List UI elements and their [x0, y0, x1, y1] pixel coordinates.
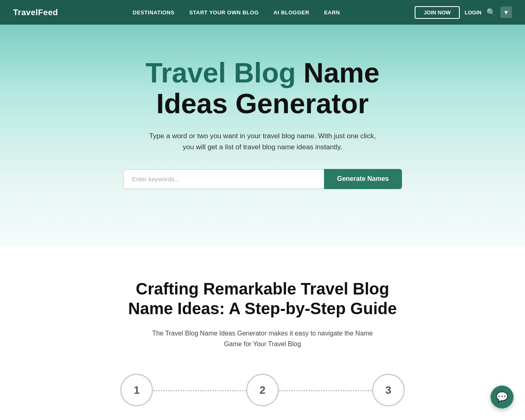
hero-title: Travel Blog NameIdeas Generator [16, 57, 509, 119]
nav-menu: DESTINATIONS START YOUR OWN BLOG AI BLOG… [133, 9, 340, 16]
content-section: Crafting Remarkable Travel BlogName Idea… [0, 246, 525, 420]
chevron-down-button[interactable]: ▼ [500, 7, 512, 18]
step-3-circle: 3 [372, 374, 405, 406]
nav-ai-blogger[interactable]: AI BLOGGER [274, 9, 309, 16]
generate-names-button[interactable]: Generate Names [324, 169, 402, 189]
login-button[interactable]: LOGIN [465, 9, 482, 16]
nav-destinations[interactable]: DESTINATIONS [133, 9, 175, 16]
chat-icon: 💬 [496, 391, 508, 403]
steps-row: 1 2 3 [66, 374, 459, 406]
nav-start-blog[interactable]: START YOUR OWN BLOG [189, 9, 258, 16]
search-container: Generate Names [123, 169, 402, 189]
nav-earn[interactable]: EARN [324, 9, 340, 16]
step-2-circle: 2 [246, 374, 279, 406]
search-button[interactable]: 🔍 [486, 8, 495, 17]
step-1-circle: 1 [120, 374, 153, 406]
step-3: 3 [325, 374, 451, 406]
hero-subtitle: Type a word or two you want in your trav… [148, 130, 377, 153]
chat-button[interactable]: 💬 [491, 386, 514, 409]
navbar-actions: JOIN NOW LOGIN 🔍 ▼ [415, 6, 512, 19]
hero-section: Travel Blog NameIdeas Generator Type a w… [0, 25, 525, 246]
content-description: The Travel Blog Name Ideas Generator mak… [148, 328, 377, 349]
join-now-button[interactable]: JOIN NOW [415, 6, 460, 19]
navbar: TravelFeed DESTINATIONS START YOUR OWN B… [0, 0, 525, 25]
hero-title-highlight: Travel Blog [146, 57, 296, 88]
content-title: Crafting Remarkable Travel BlogName Idea… [119, 279, 406, 318]
keywords-input[interactable] [123, 169, 324, 189]
brand-logo[interactable]: TravelFeed [13, 8, 58, 17]
